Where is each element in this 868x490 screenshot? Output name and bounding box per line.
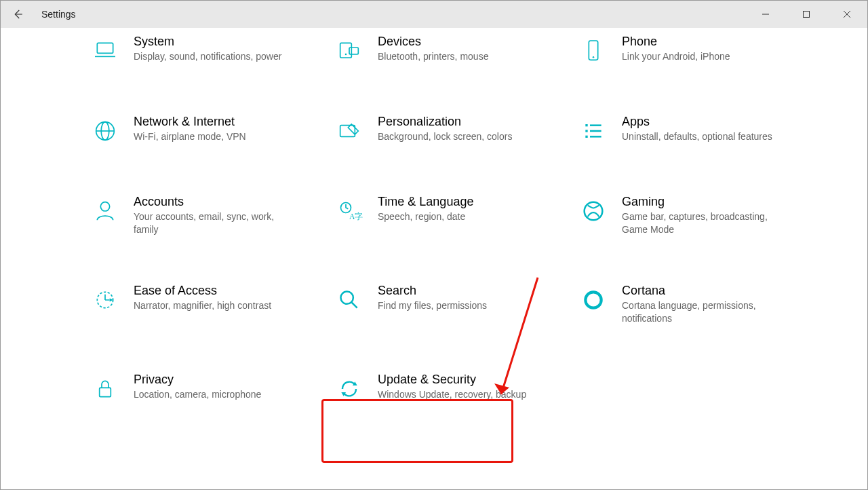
tile-privacy[interactable]: Privacy Location, camera, microphone [89, 373, 326, 405]
svg-rect-18 [585, 130, 587, 132]
minimize-button[interactable] [745, 1, 786, 28]
tile-devices[interactable]: Devices Bluetooth, printers, mouse [333, 35, 570, 67]
settings-grid: System Display, sound, notifications, po… [89, 35, 814, 405]
tile-desc: Windows Update, recovery, backup [378, 388, 526, 401]
lock-icon [89, 373, 121, 405]
tile-title: Ease of Access [134, 284, 271, 298]
tile-desc: Narrator, magnifier, high contrast [134, 299, 271, 312]
svg-line-29 [351, 302, 357, 307]
tile-network[interactable]: Network & Internet Wi-Fi, airplane mode,… [89, 115, 326, 147]
paintbrush-icon [333, 115, 366, 147]
tile-system[interactable]: System Display, sound, notifications, po… [89, 35, 326, 67]
tile-desc: Location, camera, microphone [134, 388, 261, 401]
tile-desc: Wi-Fi, airplane mode, VPN [134, 130, 246, 143]
svg-rect-16 [585, 124, 587, 126]
tile-cortana[interactable]: Cortana Cortana language, permissions, n… [577, 284, 814, 325]
maximize-icon [802, 10, 810, 18]
tile-title: Privacy [134, 373, 261, 387]
tile-desc: Link your Android, iPhone [622, 50, 730, 63]
svg-point-22 [100, 202, 109, 211]
tile-search[interactable]: Search Find my files, permissions [333, 284, 570, 325]
tile-update-security[interactable]: Update & Security Windows Update, recove… [333, 373, 570, 405]
close-button[interactable] [827, 1, 867, 28]
tile-accounts[interactable]: Accounts Your accounts, email, sync, wor… [89, 195, 326, 236]
annotation-highlight [321, 399, 513, 463]
tile-desc: Speech, region, date [378, 210, 473, 223]
list-icon [577, 115, 610, 147]
tile-title: Update & Security [378, 373, 526, 387]
tile-desc: Uninstall, defaults, optional features [622, 130, 772, 143]
maximize-button[interactable] [786, 1, 827, 28]
laptop-icon [89, 35, 121, 67]
tile-desc: Cortana language, permissions, notificat… [622, 299, 778, 325]
tile-time-language[interactable]: A字 Time & Language Speech, region, date [333, 195, 570, 236]
ease-of-access-icon [89, 284, 121, 316]
tile-title: Cortana [622, 284, 778, 298]
titlebar: Settings [1, 1, 867, 28]
search-icon [333, 284, 366, 316]
tile-desc: Bluetooth, printers, mouse [378, 50, 488, 63]
svg-point-28 [341, 291, 353, 303]
svg-rect-31 [100, 388, 111, 396]
tile-title: Time & Language [378, 195, 473, 209]
tile-title: System [134, 35, 281, 49]
svg-point-11 [593, 56, 595, 58]
close-icon [843, 10, 851, 18]
window-title: Settings [41, 9, 76, 20]
arrow-left-icon [12, 8, 24, 20]
window-controls [745, 1, 867, 28]
tile-personalization[interactable]: Personalization Background, lock screen,… [333, 115, 570, 147]
tile-desc: Game bar, captures, broadcasting, Game M… [622, 210, 778, 236]
phone-icon [577, 35, 610, 67]
minimize-icon [762, 10, 770, 18]
tile-title: Personalization [378, 115, 512, 129]
settings-window: Settings System [0, 0, 868, 490]
tile-desc: Find my files, permissions [378, 299, 487, 312]
tile-apps[interactable]: Apps Uninstall, defaults, optional featu… [577, 115, 814, 147]
svg-point-9 [345, 54, 347, 56]
xbox-icon [577, 195, 610, 227]
tile-desc: Display, sound, notifications, power [134, 50, 281, 63]
tile-desc: Background, lock screen, colors [378, 130, 512, 143]
tile-title: Phone [622, 35, 730, 49]
svg-rect-20 [585, 136, 587, 138]
sync-icon [333, 373, 366, 405]
svg-rect-2 [804, 12, 810, 18]
tile-title: Search [378, 284, 487, 298]
svg-point-30 [585, 292, 601, 307]
tile-gaming[interactable]: Gaming Game bar, captures, broadcasting,… [577, 195, 814, 236]
svg-rect-15 [340, 126, 355, 137]
tile-title: Devices [378, 35, 488, 49]
globe-icon [89, 115, 121, 147]
settings-home: System Display, sound, notifications, po… [1, 28, 867, 489]
tile-desc: Your accounts, email, sync, work, family [134, 210, 290, 236]
person-icon [89, 195, 121, 227]
svg-rect-5 [97, 43, 113, 53]
tile-title: Network & Internet [134, 115, 246, 129]
svg-rect-8 [349, 48, 358, 54]
svg-text:A字: A字 [349, 212, 363, 221]
cortana-icon [577, 284, 610, 316]
tile-ease-of-access[interactable]: Ease of Access Narrator, magnifier, high… [89, 284, 326, 325]
tile-title: Gaming [622, 195, 778, 209]
tile-title: Apps [622, 115, 772, 129]
tile-phone[interactable]: Phone Link your Android, iPhone [577, 35, 814, 67]
devices-icon [333, 35, 366, 67]
back-button[interactable] [1, 1, 35, 28]
time-language-icon: A字 [333, 195, 366, 227]
tile-title: Accounts [134, 195, 290, 209]
svg-point-25 [585, 202, 603, 221]
